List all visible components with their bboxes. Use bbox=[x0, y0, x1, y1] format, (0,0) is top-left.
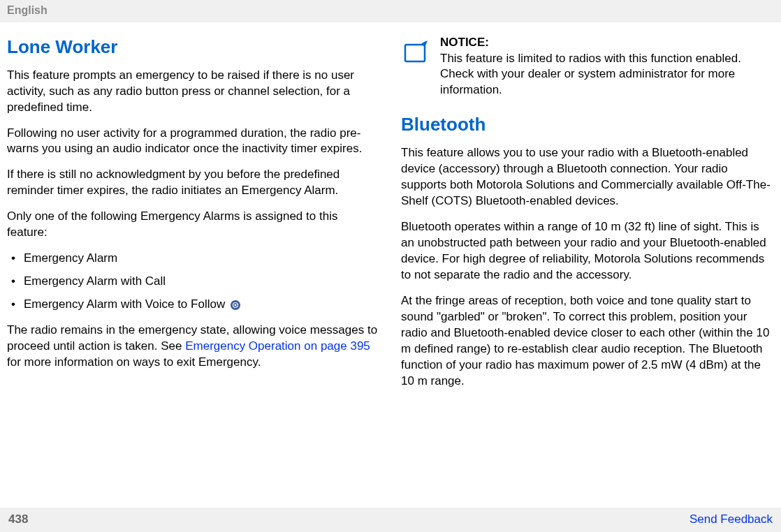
notice-text-block: NOTICE: This feature is limited to radio… bbox=[440, 35, 774, 99]
notice-block: NOTICE: This feature is limited to radio… bbox=[401, 35, 774, 99]
p5-after-text: for more information on ways to exit Eme… bbox=[7, 355, 261, 369]
lone-worker-p3: If there is still no acknowledgment by y… bbox=[7, 167, 380, 199]
content-area: Lone Worker This feature prompts an emer… bbox=[0, 22, 781, 399]
notice-label: NOTICE: bbox=[440, 35, 774, 51]
right-column: NOTICE: This feature is limited to radio… bbox=[401, 35, 774, 399]
emergency-operation-link[interactable]: Emergency Operation on page 395 bbox=[185, 339, 370, 353]
bluetooth-p3: At the fringe areas of reception, both v… bbox=[401, 293, 774, 390]
header-bar: English bbox=[0, 0, 781, 22]
footer-bar: 438 Send Feedback bbox=[0, 508, 781, 532]
alarm-list: Emergency Alarm Emergency Alarm with Cal… bbox=[7, 251, 380, 313]
list-item: Emergency Alarm with Call bbox=[7, 274, 380, 290]
lone-worker-p4: Only one of the following Emergency Alar… bbox=[7, 209, 380, 241]
notice-body: This feature is limited to radios with t… bbox=[440, 52, 741, 97]
list-item: Emergency Alarm with Voice to Follow bbox=[7, 297, 380, 313]
lone-worker-p1: This feature prompts an emergency to be … bbox=[7, 68, 380, 116]
bluetooth-heading: Bluetooth bbox=[401, 112, 774, 137]
language-label: English bbox=[7, 4, 48, 16]
lone-worker-p2: Following no user activity for a program… bbox=[7, 126, 380, 158]
send-feedback-link[interactable]: Send Feedback bbox=[689, 512, 773, 528]
page-number: 438 bbox=[8, 512, 28, 528]
svg-rect-3 bbox=[405, 45, 425, 61]
bluetooth-p1: This feature allows you to use your radi… bbox=[401, 145, 774, 209]
bluetooth-p2: Bluetooth operates within a range of 10 … bbox=[401, 219, 774, 283]
voice-follow-icon bbox=[230, 300, 241, 311]
lone-worker-p5: The radio remains in the emergency state… bbox=[7, 323, 380, 371]
left-column: Lone Worker This feature prompts an emer… bbox=[7, 35, 380, 399]
notice-icon bbox=[401, 36, 432, 67]
bullet-text: Emergency Alarm with Voice to Follow bbox=[24, 297, 225, 311]
lone-worker-heading: Lone Worker bbox=[7, 35, 380, 59]
bullet-text: Emergency Alarm bbox=[24, 251, 117, 265]
bullet-text: Emergency Alarm with Call bbox=[24, 274, 166, 288]
list-item: Emergency Alarm bbox=[7, 251, 380, 267]
svg-point-2 bbox=[234, 304, 236, 306]
